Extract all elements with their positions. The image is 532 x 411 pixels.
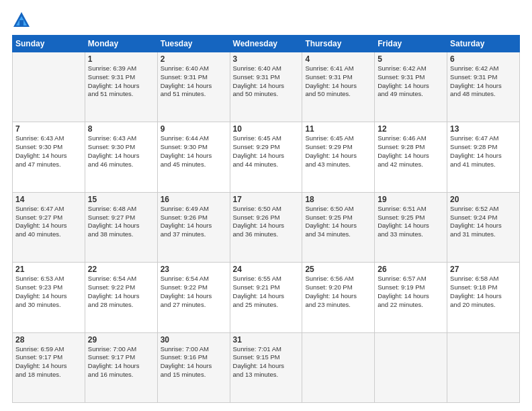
calendar-cell: 28Sunrise: 6:59 AM Sunset: 9:17 PM Dayli… (13, 332, 85, 402)
logo-icon (12, 11, 31, 30)
day-info: Sunrise: 6:51 AM Sunset: 9:25 PM Dayligh… (378, 205, 444, 239)
day-number: 20 (450, 195, 517, 204)
day-number: 2 (161, 54, 227, 64)
day-info: Sunrise: 6:46 AM Sunset: 9:28 PM Dayligh… (378, 134, 444, 169)
calendar-cell (447, 332, 520, 402)
calendar-cell: 24Sunrise: 6:55 AM Sunset: 9:21 PM Dayli… (230, 263, 302, 332)
day-info: Sunrise: 6:40 AM Sunset: 9:31 PM Dayligh… (161, 64, 227, 99)
calendar-cell: 6Sunrise: 6:42 AM Sunset: 9:31 PM Daylig… (447, 52, 520, 122)
calendar-cell: 17Sunrise: 6:50 AM Sunset: 9:26 PM Dayli… (230, 192, 302, 262)
calendar-cell: 25Sunrise: 6:56 AM Sunset: 9:20 PM Dayli… (302, 263, 375, 332)
calendar-cell: 2Sunrise: 6:40 AM Sunset: 9:31 PM Daylig… (157, 52, 230, 122)
day-info: Sunrise: 6:55 AM Sunset: 9:21 PM Dayligh… (233, 275, 300, 309)
calendar-cell: 14Sunrise: 6:47 AM Sunset: 9:27 PM Dayli… (13, 192, 85, 262)
day-info: Sunrise: 7:00 AM Sunset: 9:17 PM Dayligh… (88, 345, 154, 379)
day-number: 21 (15, 265, 82, 274)
day-number: 6 (450, 54, 517, 64)
col-header-saturday: Saturday (447, 36, 520, 52)
day-info: Sunrise: 7:00 AM Sunset: 9:16 PM Dayligh… (161, 345, 227, 379)
day-number: 22 (88, 265, 154, 274)
calendar-week-4: 21Sunrise: 6:53 AM Sunset: 9:23 PM Dayli… (13, 263, 520, 332)
day-info: Sunrise: 6:52 AM Sunset: 9:24 PM Dayligh… (450, 205, 517, 239)
calendar-cell: 19Sunrise: 6:51 AM Sunset: 9:25 PM Dayli… (375, 192, 447, 262)
calendar-cell: 16Sunrise: 6:49 AM Sunset: 9:26 PM Dayli… (157, 192, 230, 262)
day-number: 14 (15, 195, 82, 204)
day-info: Sunrise: 6:49 AM Sunset: 9:26 PM Dayligh… (161, 205, 227, 239)
day-number: 1 (88, 54, 154, 64)
day-number: 28 (15, 335, 82, 345)
day-number: 31 (233, 335, 300, 345)
day-info: Sunrise: 6:44 AM Sunset: 9:30 PM Dayligh… (161, 134, 227, 169)
day-number: 23 (161, 265, 227, 274)
calendar-cell: 13Sunrise: 6:47 AM Sunset: 9:28 PM Dayli… (447, 122, 520, 192)
calendar-cell: 26Sunrise: 6:57 AM Sunset: 9:19 PM Dayli… (375, 263, 447, 332)
col-header-sunday: Sunday (13, 36, 85, 52)
day-number: 4 (305, 54, 371, 64)
svg-rect-2 (19, 20, 24, 26)
calendar-cell: 27Sunrise: 6:58 AM Sunset: 9:18 PM Dayli… (447, 263, 520, 332)
calendar-cell: 12Sunrise: 6:46 AM Sunset: 9:28 PM Dayli… (375, 122, 447, 192)
day-info: Sunrise: 6:45 AM Sunset: 9:29 PM Dayligh… (305, 134, 371, 169)
day-info: Sunrise: 6:58 AM Sunset: 9:18 PM Dayligh… (450, 275, 517, 309)
day-info: Sunrise: 6:50 AM Sunset: 9:25 PM Dayligh… (305, 205, 371, 239)
day-number: 11 (305, 124, 371, 134)
page: SundayMondayTuesdayWednesdayThursdayFrid… (0, 0, 532, 411)
calendar-cell: 5Sunrise: 6:42 AM Sunset: 9:31 PM Daylig… (375, 52, 447, 122)
day-info: Sunrise: 6:42 AM Sunset: 9:31 PM Dayligh… (450, 64, 517, 99)
day-number: 5 (378, 54, 444, 64)
day-number: 15 (88, 195, 154, 204)
day-number: 24 (233, 265, 300, 274)
day-number: 25 (305, 265, 371, 274)
day-info: Sunrise: 6:48 AM Sunset: 9:27 PM Dayligh… (88, 205, 154, 239)
calendar-cell: 8Sunrise: 6:43 AM Sunset: 9:30 PM Daylig… (85, 122, 157, 192)
day-number: 9 (161, 124, 227, 134)
calendar-cell: 31Sunrise: 7:01 AM Sunset: 9:15 PM Dayli… (230, 332, 302, 402)
day-number: 10 (233, 124, 300, 134)
day-number: 19 (378, 195, 444, 204)
day-info: Sunrise: 6:40 AM Sunset: 9:31 PM Dayligh… (233, 64, 300, 99)
col-header-wednesday: Wednesday (230, 36, 302, 52)
day-info: Sunrise: 6:53 AM Sunset: 9:23 PM Dayligh… (15, 275, 82, 309)
calendar-week-1: 1Sunrise: 6:39 AM Sunset: 9:31 PM Daylig… (13, 52, 520, 122)
day-number: 13 (450, 124, 517, 134)
calendar-cell: 29Sunrise: 7:00 AM Sunset: 9:17 PM Dayli… (85, 332, 157, 402)
day-info: Sunrise: 6:41 AM Sunset: 9:31 PM Dayligh… (305, 64, 371, 99)
day-number: 26 (378, 265, 444, 274)
day-info: Sunrise: 6:54 AM Sunset: 9:22 PM Dayligh… (161, 275, 227, 309)
calendar-cell (13, 52, 85, 122)
day-number: 29 (88, 335, 154, 345)
calendar-cell: 18Sunrise: 6:50 AM Sunset: 9:25 PM Dayli… (302, 192, 375, 262)
calendar-cell: 10Sunrise: 6:45 AM Sunset: 9:29 PM Dayli… (230, 122, 302, 192)
logo (12, 11, 34, 30)
calendar-cell: 15Sunrise: 6:48 AM Sunset: 9:27 PM Dayli… (85, 192, 157, 262)
day-number: 30 (161, 335, 227, 345)
day-info: Sunrise: 6:47 AM Sunset: 9:28 PM Dayligh… (450, 134, 517, 169)
day-info: Sunrise: 6:50 AM Sunset: 9:26 PM Dayligh… (233, 205, 300, 239)
calendar-cell: 21Sunrise: 6:53 AM Sunset: 9:23 PM Dayli… (13, 263, 85, 332)
calendar-cell (375, 332, 447, 402)
calendar-table: SundayMondayTuesdayWednesdayThursdayFrid… (12, 35, 520, 403)
calendar-cell: 1Sunrise: 6:39 AM Sunset: 9:31 PM Daylig… (85, 52, 157, 122)
calendar-week-5: 28Sunrise: 6:59 AM Sunset: 9:17 PM Dayli… (13, 332, 520, 402)
day-number: 3 (233, 54, 300, 64)
day-number: 12 (378, 124, 444, 134)
day-number: 16 (161, 195, 227, 204)
calendar-cell: 22Sunrise: 6:54 AM Sunset: 9:22 PM Dayli… (85, 263, 157, 332)
col-header-friday: Friday (375, 36, 447, 52)
day-info: Sunrise: 6:47 AM Sunset: 9:27 PM Dayligh… (15, 205, 82, 239)
day-number: 7 (15, 124, 82, 134)
day-number: 8 (88, 124, 154, 134)
col-header-monday: Monday (85, 36, 157, 52)
calendar-header-row: SundayMondayTuesdayWednesdayThursdayFrid… (13, 36, 520, 52)
calendar-cell: 30Sunrise: 7:00 AM Sunset: 9:16 PM Dayli… (157, 332, 230, 402)
calendar-cell: 20Sunrise: 6:52 AM Sunset: 9:24 PM Dayli… (447, 192, 520, 262)
calendar-cell (302, 332, 375, 402)
day-info: Sunrise: 6:59 AM Sunset: 9:17 PM Dayligh… (15, 345, 82, 379)
day-info: Sunrise: 7:01 AM Sunset: 9:15 PM Dayligh… (233, 345, 300, 379)
day-number: 17 (233, 195, 300, 204)
day-info: Sunrise: 6:39 AM Sunset: 9:31 PM Dayligh… (88, 64, 154, 99)
col-header-tuesday: Tuesday (157, 36, 230, 52)
day-info: Sunrise: 6:45 AM Sunset: 9:29 PM Dayligh… (233, 134, 300, 169)
calendar-cell: 9Sunrise: 6:44 AM Sunset: 9:30 PM Daylig… (157, 122, 230, 192)
col-header-thursday: Thursday (302, 36, 375, 52)
